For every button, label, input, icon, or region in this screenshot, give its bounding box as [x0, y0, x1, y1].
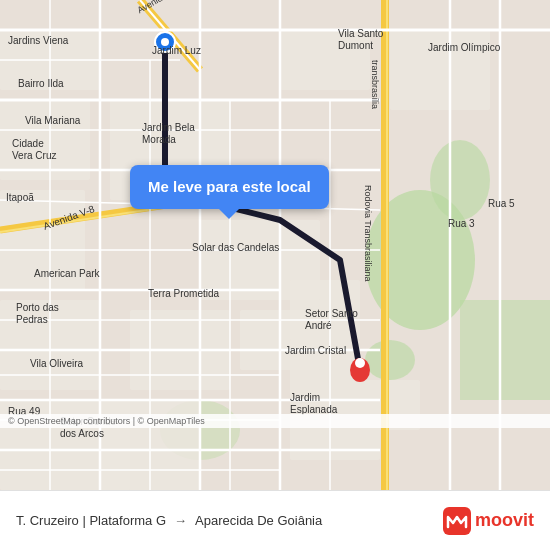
svg-rect-4: [460, 300, 550, 400]
route-from: T. Cruzeiro | Plataforma G: [16, 513, 166, 528]
route-arrow-icon: →: [174, 513, 187, 528]
svg-point-2: [430, 140, 490, 220]
copyright-bar: © OpenStreetMap contributors | © OpenMap…: [0, 414, 550, 428]
svg-rect-7: [0, 100, 90, 180]
svg-rect-8: [0, 190, 85, 290]
callout-text: Me leve para este local: [148, 178, 311, 195]
route-info: T. Cruzeiro | Plataforma G → Aparecida D…: [16, 513, 322, 528]
svg-point-3: [365, 340, 415, 380]
route-to: Aparecida De Goiânia: [195, 513, 322, 528]
svg-rect-20: [390, 30, 490, 110]
moovit-logo: moovit: [443, 507, 534, 535]
moovit-text: moovit: [475, 510, 534, 531]
svg-rect-21: [280, 30, 370, 90]
copyright-text: © OpenStreetMap contributors | © OpenMap…: [8, 416, 205, 426]
map-view[interactable]: Jardins Viena Bairro Ilda Vila Mariana C…: [0, 0, 550, 490]
callout-navigate[interactable]: Me leve para este local: [130, 165, 329, 209]
svg-point-53: [161, 38, 169, 46]
svg-point-55: [355, 358, 365, 368]
moovit-icon: [443, 507, 471, 535]
bottom-bar: T. Cruzeiro | Plataforma G → Aparecida D…: [0, 490, 550, 550]
